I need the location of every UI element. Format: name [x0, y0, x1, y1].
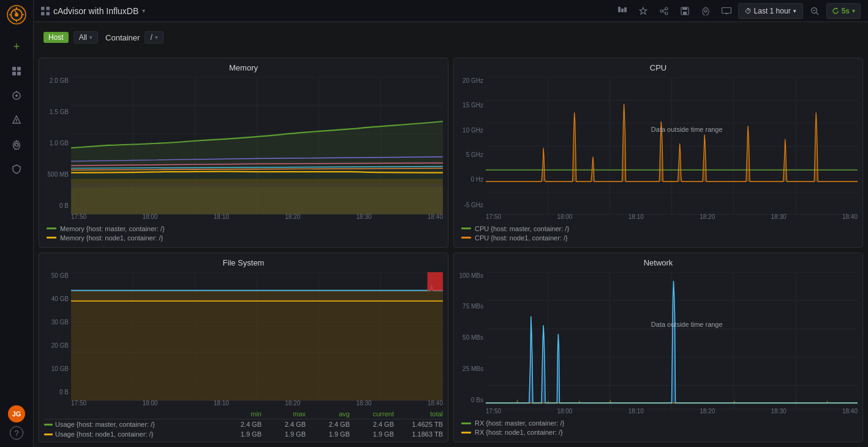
dashboard-grid: Memory 2.0 GB1.5 GB1.0 GB500 MB0 B: [34, 53, 868, 447]
svg-line-28: [663, 9, 665, 10]
svg-point-16: [16, 122, 17, 123]
col-current: current: [350, 410, 394, 418]
filesystem-title: File System: [39, 253, 448, 270]
cpu-master-color: [461, 227, 471, 229]
fs-master-max: 2.4 GB: [262, 421, 306, 428]
sidebar-add-btn[interactable]: +: [6, 36, 28, 58]
filesystem-panel: File System 50 GB40 GB30 GB20 GB10 GB0 B: [39, 253, 448, 443]
col-avg: avg: [306, 410, 350, 418]
memory-legend-master: Memory {host: master, container: /}: [47, 225, 440, 232]
svg-point-26: [660, 10, 663, 12]
memory-chart[interactable]: 2.0 GB1.5 GB1.0 GB500 MB0 B: [39, 75, 448, 221]
cpu-master-label: CPU {host: master, container: /}: [475, 225, 569, 232]
manage-dashboards-btn[interactable]: [613, 3, 632, 19]
network-master-label: RX {host: master, container: /}: [475, 419, 564, 427]
fs-node1-current: 1.9 GB: [350, 430, 394, 438]
settings-btn[interactable]: [696, 3, 715, 19]
fs-node1-label: Usage {host: node1, container: /}: [55, 430, 153, 438]
tv-mode-btn[interactable]: [717, 3, 736, 19]
fs-master-avg: 2.4 GB: [306, 421, 350, 428]
cpu-x-axis: 17:5018:0018:1018:2018:3018:40: [486, 213, 858, 220]
memory-node1-color: [47, 237, 56, 239]
grafana-logo[interactable]: [7, 5, 26, 25]
svg-line-39: [816, 12, 818, 15]
memory-node1-label: Memory {host: node1, container: /}: [60, 234, 163, 242]
filesystem-table-header: min max avg current total: [44, 409, 443, 419]
refresh-interval: 5s: [842, 7, 850, 15]
svg-rect-10: [12, 72, 16, 75]
host-chevron: ▾: [89, 34, 92, 40]
col-max: max: [262, 410, 306, 418]
filter-bar: Host All ▾ Container / ▾: [34, 22, 868, 53]
cpu-legend-master: CPU {host: master, container: /}: [461, 225, 855, 232]
sidebar-explore-btn[interactable]: [6, 85, 28, 107]
sidebar-dashboard-btn[interactable]: [6, 60, 28, 82]
svg-point-27: [665, 12, 668, 15]
network-title: Network: [454, 253, 862, 270]
save-btn[interactable]: [676, 3, 694, 19]
cpu-node1-color: [461, 237, 471, 239]
network-legend: RX {host: master, container: /} RX {host…: [454, 416, 862, 441]
zoom-out-btn[interactable]: [806, 3, 824, 19]
filesystem-y-axis: 50 GB40 GB30 GB20 GB10 GB0 B: [40, 272, 69, 396]
svg-point-33: [704, 10, 707, 12]
time-chevron: ▾: [793, 8, 796, 14]
cpu-chart[interactable]: 20 GHz15 GHz10 GHz5 GHz0 Hz-5 GHz: [454, 75, 862, 221]
svg-rect-11: [17, 72, 21, 75]
refresh-icon: [832, 7, 839, 15]
svg-rect-18: [41, 7, 45, 10]
network-legend-node1: RX {host: node1, container: /}: [461, 429, 855, 436]
filesystem-chart[interactable]: 50 GB40 GB30 GB20 GB10 GB0 B: [39, 270, 448, 408]
svg-rect-34: [722, 7, 731, 13]
fs-node1-color: [44, 434, 53, 435]
col-total: total: [394, 410, 443, 418]
star-btn[interactable]: [634, 3, 652, 19]
cpu-node1-label: CPU {host: node1, container: /}: [475, 234, 568, 242]
col-min: min: [217, 410, 262, 418]
memory-master-label: Memory {host: master, container: /}: [60, 225, 165, 232]
svg-rect-21: [47, 12, 50, 15]
grid-icon: [41, 7, 50, 15]
container-select[interactable]: / ▾: [145, 31, 163, 44]
fs-master-total: 1.4625 TB: [394, 421, 443, 428]
time-icon: ⏱: [745, 7, 752, 15]
cpu-y-axis: 20 GHz15 GHz10 GHz5 GHz0 Hz-5 GHz: [455, 77, 483, 209]
sidebar-settings-btn[interactable]: [6, 134, 28, 156]
fs-master-label: Usage {host: master, container: /}: [55, 421, 155, 428]
filesystem-row-master: Usage {host: master, container: /} 2.4 G…: [44, 419, 443, 429]
network-panel: Network 100 MBs75 MBs50 MBs25 MBs0 Bs: [453, 253, 863, 443]
svg-rect-22: [618, 7, 621, 12]
memory-x-axis: 17:5018:0018:1018:2018:3018:40: [71, 213, 443, 220]
svg-rect-32: [683, 12, 687, 15]
fs-node1-min: 1.9 GB: [217, 430, 262, 438]
network-chart[interactable]: 100 MBs75 MBs50 MBs25 MBs0 Bs: [454, 270, 862, 416]
svg-rect-31: [682, 7, 687, 10]
filesystem-table: min max avg current total Usage {host: m…: [39, 408, 448, 441]
top-header: cAdvisor with InfluxDB ▾ ⏱: [34, 0, 868, 22]
svg-rect-24: [624, 7, 627, 12]
filesystem-x-axis: 17:5018:0018:1018:2018:3018:40: [71, 400, 443, 407]
time-range-picker[interactable]: ⏱ Last 1 hour ▾: [738, 3, 803, 19]
memory-master-color: [47, 227, 56, 229]
host-label: Host: [43, 32, 69, 43]
user-avatar[interactable]: JG: [8, 405, 25, 422]
fs-master-min: 2.4 GB: [217, 421, 262, 428]
sidebar-alerting-btn[interactable]: [6, 109, 28, 131]
cpu-legend: CPU {host: master, container: /} CPU {ho…: [454, 221, 862, 247]
host-select[interactable]: All ▾: [74, 31, 98, 44]
share-btn[interactable]: [655, 3, 673, 19]
dashboard-title-container: cAdvisor with InfluxDB ▾: [41, 6, 608, 16]
memory-panel: Memory 2.0 GB1.5 GB1.0 GB500 MB0 B: [39, 58, 448, 248]
svg-point-6: [15, 13, 18, 17]
cpu-panel: CPU 20 GHz15 GHz10 GHz5 GHz0 Hz-5 GHz: [453, 58, 863, 248]
fs-node1-max: 1.9 GB: [262, 430, 306, 438]
network-node1-color: [461, 432, 471, 434]
container-chevron: ▾: [155, 34, 158, 40]
refresh-btn[interactable]: 5s ▾: [826, 3, 861, 19]
sidebar-shield-btn[interactable]: [6, 158, 28, 180]
help-btn[interactable]: ?: [10, 426, 23, 440]
fs-node1-avg: 1.9 GB: [306, 430, 350, 438]
title-chevron[interactable]: ▾: [142, 7, 145, 14]
fs-master-color: [44, 424, 53, 426]
svg-rect-9: [17, 67, 21, 71]
